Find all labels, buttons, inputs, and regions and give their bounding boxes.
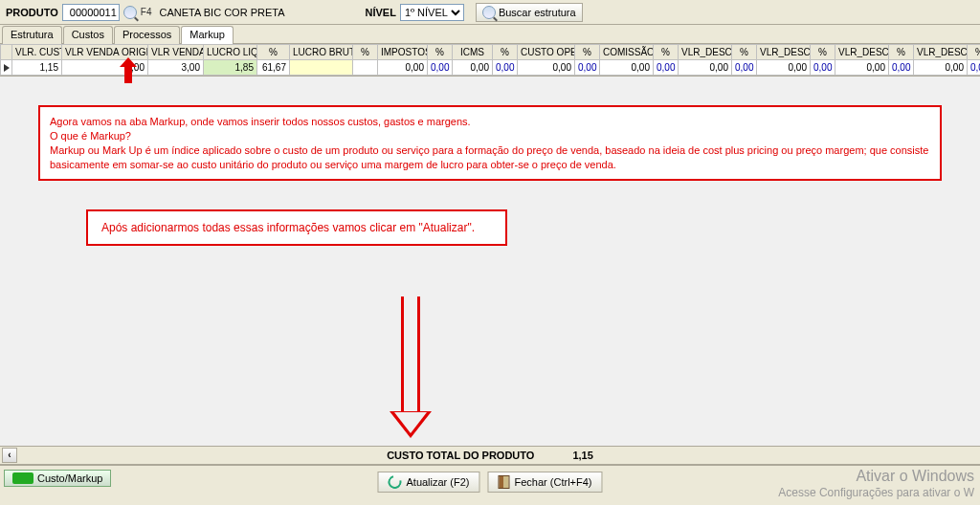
money-icon bbox=[12, 472, 33, 484]
col-desc2[interactable]: VLR_DESC2 bbox=[757, 45, 811, 60]
tab-custos[interactable]: Custos bbox=[63, 26, 113, 44]
col-desc1[interactable]: VLR_DESC1 bbox=[679, 45, 732, 60]
nivel-select[interactable]: 1º NÍVEL bbox=[400, 4, 464, 21]
annotation-box-1: Agora vamos na aba Markup, onde vamos in… bbox=[38, 105, 942, 181]
atualizar-button[interactable]: Atualizar (F2) bbox=[377, 472, 479, 493]
row-handle[interactable] bbox=[1, 60, 12, 76]
cell-desc4-pct[interactable]: 0,00 bbox=[968, 60, 981, 76]
search-icon bbox=[482, 6, 496, 19]
col-desc4-pct[interactable]: % bbox=[968, 45, 981, 60]
tab-estrutura[interactable]: Estrutura bbox=[2, 26, 62, 44]
col-custo-oper-pct[interactable]: % bbox=[575, 45, 600, 60]
search-icon[interactable] bbox=[123, 6, 137, 19]
cell-desc1-pct[interactable]: 0,00 bbox=[732, 60, 757, 76]
annotation-2-text: Após adicionarmos todas essas informaçõe… bbox=[101, 221, 475, 234]
row-handle-header bbox=[1, 45, 12, 60]
col-desc1-pct[interactable]: % bbox=[732, 45, 757, 60]
cell-comissao-pct[interactable]: 0,00 bbox=[654, 60, 679, 76]
col-custo-oper[interactable]: CUSTO OPER. bbox=[518, 45, 575, 60]
annotation-box-2: Após adicionarmos todas essas informaçõe… bbox=[86, 209, 507, 246]
cell-custo-oper-pct[interactable]: 0,00 bbox=[575, 60, 600, 76]
annotation-line-1: Agora vamos na aba Markup, onde vamos in… bbox=[50, 115, 930, 129]
cell-desc4[interactable]: 0,00 bbox=[914, 60, 968, 76]
cell-desc1[interactable]: 0,00 bbox=[679, 60, 732, 76]
col-icms[interactable]: ICMS bbox=[453, 45, 493, 60]
cell-lucro-liq[interactable]: 1,85 bbox=[204, 60, 257, 76]
col-comissao[interactable]: COMISSÃO bbox=[600, 45, 654, 60]
col-impostos-pct[interactable]: % bbox=[428, 45, 453, 60]
annotation-arrow-tab bbox=[120, 57, 137, 83]
scroll-left-button[interactable]: ‹ bbox=[2, 448, 17, 463]
buscar-estrutura-button[interactable]: Buscar estrutura bbox=[476, 3, 583, 22]
col-desc2-pct[interactable]: % bbox=[811, 45, 835, 60]
cell-desc3-pct[interactable]: 0,00 bbox=[889, 60, 914, 76]
grid-data-row[interactable]: 1,15 3,00 3,00 1,85 61,67 0,00 0,00 0,00… bbox=[1, 60, 981, 76]
cell-icms-pct[interactable]: 0,00 bbox=[493, 60, 518, 76]
produto-code-input[interactable] bbox=[62, 4, 120, 21]
col-desc3-pct[interactable]: % bbox=[889, 45, 914, 60]
tab-processos[interactable]: Processos bbox=[114, 26, 180, 44]
top-toolbar: PRODUTO F4 CANETA BIC COR PRETA NÍVEL 1º… bbox=[0, 0, 980, 25]
annotation-line-3: Markup ou Mark Up é um índice aplicado s… bbox=[50, 143, 930, 172]
tab-bar: Estrutura Custos Processos Markup bbox=[0, 25, 980, 44]
tab-markup[interactable]: Markup bbox=[181, 26, 234, 44]
status-bar: ‹ CUSTO TOTAL DO PRODUTO 1,15 bbox=[0, 446, 980, 465]
custo-total-label: CUSTO TOTAL DO PRODUTO bbox=[387, 450, 534, 461]
col-comissao-pct[interactable]: % bbox=[654, 45, 679, 60]
fechar-button[interactable]: Fechar (Ctrl+F4) bbox=[488, 472, 603, 493]
cell-lucro-liq-pct[interactable]: 61,67 bbox=[257, 60, 290, 76]
cell-desc2[interactable]: 0,00 bbox=[757, 60, 811, 76]
cell-impostos-pct[interactable]: 0,00 bbox=[428, 60, 453, 76]
fechar-label: Fechar (Ctrl+F4) bbox=[515, 476, 592, 488]
bottom-bar: Custo/Markup Atualizar (F2) Fechar (Ctrl… bbox=[0, 465, 980, 505]
f4-label: F4 bbox=[141, 7, 152, 17]
cell-comissao[interactable]: 0,00 bbox=[600, 60, 654, 76]
col-desc3[interactable]: VLR_DESC3 bbox=[835, 45, 889, 60]
col-lucro-bruto[interactable]: LUCRO BRUTO bbox=[290, 45, 353, 60]
produto-descricao: CANETA BIC COR PRETA bbox=[155, 7, 284, 18]
col-lucro-bruto-pct[interactable]: % bbox=[353, 45, 378, 60]
buscar-label: Buscar estrutura bbox=[499, 7, 576, 18]
col-desc4[interactable]: VLR_DESC4 bbox=[914, 45, 968, 60]
custo-markup-button[interactable]: Custo/Markup bbox=[4, 470, 111, 487]
cell-custo-oper[interactable]: 0,00 bbox=[518, 60, 575, 76]
col-icms-pct[interactable]: % bbox=[493, 45, 518, 60]
annotation-arrow-atualizar bbox=[390, 296, 432, 438]
nivel-label: NÍVEL bbox=[366, 7, 396, 18]
cell-icms[interactable]: 0,00 bbox=[453, 60, 493, 76]
refresh-icon bbox=[386, 472, 404, 491]
annotation-line-2: O que é Markup? bbox=[50, 129, 930, 143]
atualizar-label: Atualizar (F2) bbox=[406, 476, 469, 488]
cell-desc2-pct[interactable]: 0,00 bbox=[811, 60, 835, 76]
col-lucro-liq[interactable]: LUCRO LIQ. bbox=[204, 45, 257, 60]
markup-grid: VLR. CUSTO VLR VENDA ORIGINAL VLR VENDA … bbox=[0, 44, 980, 77]
door-exit-icon bbox=[499, 475, 510, 489]
cell-lucro-bruto-pct[interactable] bbox=[353, 60, 378, 76]
cell-lucro-bruto[interactable] bbox=[290, 60, 353, 76]
cell-vlr-custo[interactable]: 1,15 bbox=[12, 60, 62, 76]
col-vlr-custo[interactable]: VLR. CUSTO bbox=[12, 45, 62, 60]
custo-total-value: 1,15 bbox=[572, 450, 592, 461]
custo-markup-label: Custo/Markup bbox=[37, 472, 102, 484]
col-lucro-liq-pct[interactable]: % bbox=[257, 45, 290, 60]
col-vlr-venda[interactable]: VLR VENDA bbox=[148, 45, 204, 60]
cell-vlr-venda[interactable]: 3,00 bbox=[148, 60, 204, 76]
produto-label: PRODUTO bbox=[6, 7, 58, 18]
grid-header-row: VLR. CUSTO VLR VENDA ORIGINAL VLR VENDA … bbox=[1, 45, 981, 60]
col-impostos[interactable]: IMPOSTOS bbox=[378, 45, 428, 60]
cell-desc3[interactable]: 0,00 bbox=[835, 60, 889, 76]
cell-impostos[interactable]: 0,00 bbox=[378, 60, 428, 76]
